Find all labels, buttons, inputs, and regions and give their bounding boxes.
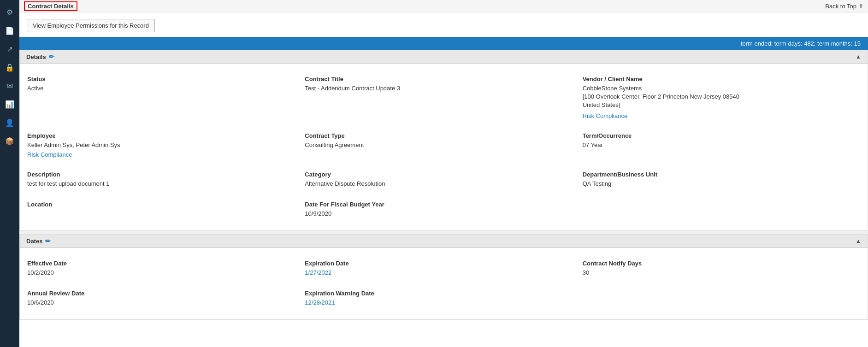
up-arrow-icon: ⇧ <box>858 3 863 10</box>
category-value: Alternative Dispute Resolution <box>305 180 576 188</box>
permissions-row: View Employee Permissions for this Recor… <box>19 12 868 37</box>
description-label: Description <box>27 171 298 178</box>
effective-date-label: Effective Date <box>27 260 298 267</box>
topbar: Contract Details Back to Top ⇧ <box>19 0 868 12</box>
row-spacer-3 <box>27 193 860 196</box>
details-label: Details <box>26 53 46 60</box>
department-label: Department/Business Unit <box>583 171 854 178</box>
employee-field: Employee Keller Admin Sys, Peter Admin S… <box>27 128 305 163</box>
term-banner: term ended; term days: 482; term months:… <box>19 37 868 50</box>
category-label: Category <box>305 171 576 178</box>
description-value: test for test upload document 1 <box>27 180 298 188</box>
share-icon[interactable]: ↗ <box>1 41 18 57</box>
department-field: Department/Business Unit QA Testing <box>583 166 860 193</box>
vendor-name-value: CobbleStone Systems [100 Overlook Center… <box>583 84 854 110</box>
details-header-left: Details ✏ <box>26 53 54 60</box>
dates-collapse-icon[interactable]: ▲ <box>856 238 861 244</box>
sidebar: ⚙ 📄 ↗ 🔒 ✉ 📊 👤 📦 <box>0 0 19 347</box>
row-spacer-1 <box>27 124 860 128</box>
dates-section: Dates ✏ ▲ Effective Date 10/2/2020 Expir… <box>19 234 868 319</box>
term-occurrence-value: 07 Year <box>583 141 854 149</box>
annual-review-label: Annual Review Date <box>27 290 298 297</box>
expiration-warning-value: 12/28/2021 <box>305 299 576 307</box>
expiration-warning-label: Expiration Warning Date <box>305 290 576 297</box>
annual-review-value: 10/6/2020 <box>27 299 298 307</box>
category-field: Category Alternative Dispute Resolution <box>305 166 582 193</box>
notify-days-label: Contract Notify Days <box>583 260 854 267</box>
term-occurrence-field: Term/Occurrence 07 Year <box>583 128 860 163</box>
dates-header-left: Dates ✏ <box>26 237 51 245</box>
notify-days-value: 30 <box>583 269 854 277</box>
details-edit-icon[interactable]: ✏ <box>49 53 54 60</box>
employee-risk-compliance-link[interactable]: Risk Compliance <box>27 151 72 158</box>
view-permissions-button[interactable]: View Employee Permissions for this Recor… <box>27 19 155 32</box>
vendor-risk-compliance-link[interactable]: Risk Compliance <box>583 112 628 119</box>
back-to-top-label: Back to Top <box>825 3 856 10</box>
employee-label: Employee <box>27 132 298 139</box>
status-label: Status <box>27 76 298 82</box>
contract-title-field: Contract Title Test - Addendum Contract … <box>305 71 582 124</box>
term-occurrence-label: Term/Occurrence <box>583 132 854 139</box>
status-field: Status Active <box>27 71 305 124</box>
dates-edit-icon[interactable]: ✏ <box>45 237 51 245</box>
contract-title-value: Test - Addendum Contract Update 3 <box>305 84 576 93</box>
contract-type-label: Contract Type <box>305 132 576 139</box>
details-section-header: Details ✏ ▲ <box>20 50 868 64</box>
dates-fields: Effective Date 10/2/2020 Expiration Date… <box>20 248 868 319</box>
details-fields: Status Active Contract Title Test - Adde… <box>20 64 868 230</box>
empty-field-row4 <box>583 196 860 223</box>
description-field: Description test for test upload documen… <box>27 166 305 193</box>
row-spacer-2 <box>27 163 860 166</box>
expiration-date-link[interactable]: 1/27/2022 <box>305 269 331 276</box>
dates-row-spacer <box>27 282 860 285</box>
employee-value: Keller Admin Sys, Peter Admin Sys <box>27 141 298 149</box>
location-label: Location <box>27 201 298 208</box>
chart-icon[interactable]: 📊 <box>1 96 18 112</box>
fiscal-budget-field: Date For Fiscal Budget Year 10/9/2020 <box>305 196 582 223</box>
expiration-date-label: Expiration Date <box>305 260 576 267</box>
dates-label: Dates <box>26 238 42 245</box>
fiscal-budget-value: 10/9/2020 <box>305 210 576 218</box>
effective-date-field: Effective Date 10/2/2020 <box>27 255 305 282</box>
dates-section-header: Dates ✏ ▲ <box>20 235 868 248</box>
page-title: Contract Details <box>24 1 77 11</box>
vendor-name-field: Vendor / Client Name CobbleStone Systems… <box>583 71 860 124</box>
status-value: Active <box>27 84 298 93</box>
content-area: View Employee Permissions for this Recor… <box>19 12 868 347</box>
notify-days-field: Contract Notify Days 30 <box>583 255 860 282</box>
expiration-date-value: 1/27/2022 <box>305 269 576 277</box>
contract-type-field: Contract Type Consulting Agreement <box>305 128 582 163</box>
annual-review-field: Annual Review Date 10/6/2020 <box>27 285 305 312</box>
expiration-warning-link[interactable]: 12/28/2021 <box>305 299 335 306</box>
empty-dates-field <box>583 285 860 312</box>
gear-icon[interactable]: ⚙ <box>1 4 18 20</box>
department-value: QA Testing <box>583 180 854 188</box>
term-banner-text: term ended; term days: 482; term months:… <box>741 40 861 47</box>
contract-title-label: Contract Title <box>305 76 576 82</box>
fiscal-budget-label: Date For Fiscal Budget Year <box>305 201 576 208</box>
effective-date-value: 10/2/2020 <box>27 269 298 277</box>
box-icon[interactable]: 📦 <box>1 133 18 149</box>
expiration-date-field: Expiration Date 1/27/2022 <box>305 255 582 282</box>
user-circle-icon[interactable]: 👤 <box>1 114 18 131</box>
details-section: Details ✏ ▲ Status Active Contract Title… <box>19 50 868 230</box>
location-field: Location <box>27 196 305 223</box>
vendor-name-label: Vendor / Client Name <box>583 76 854 82</box>
lock-icon[interactable]: 🔒 <box>1 59 18 76</box>
contract-type-value: Consulting Agreement <box>305 141 576 149</box>
main-content: Contract Details Back to Top ⇧ View Empl… <box>19 0 868 347</box>
section-gap <box>19 230 868 234</box>
back-to-top-button[interactable]: Back to Top ⇧ <box>825 3 863 10</box>
expiration-warning-field: Expiration Warning Date 12/28/2021 <box>305 285 582 312</box>
mail-icon[interactable]: ✉ <box>1 77 18 94</box>
document-icon[interactable]: 📄 <box>1 22 18 39</box>
details-collapse-icon[interactable]: ▲ <box>856 53 861 60</box>
